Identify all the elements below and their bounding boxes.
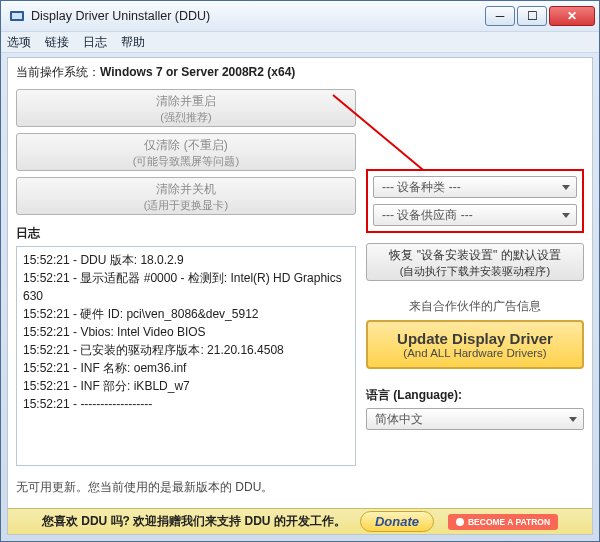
language-label: 语言 (Language): [366,387,584,404]
ad-l1: Update Display Driver [372,330,578,347]
device-vendor-value: --- 设备供应商 --- [382,207,473,224]
log-line: 15:52:21 - DDU 版本: 18.0.2.9 [23,251,349,269]
clean-shutdown-l1: 清除并关机 [17,181,355,198]
restore-l1: 恢复 "设备安装设置" 的默认设置 [367,247,583,264]
os-value: Windows 7 or Server 2008R2 (x64) [100,65,295,79]
device-type-value: --- 设备种类 --- [382,179,461,196]
log-box[interactable]: 15:52:21 - DDU 版本: 18.0.2.915:52:21 - 显示… [16,246,356,466]
ad-header: 来自合作伙伴的广告信息 [366,299,584,314]
svg-rect-1 [12,13,22,19]
restore-l2: (自动执行下载并安装驱动程序) [367,264,583,279]
menu-options[interactable]: 选项 [7,34,31,51]
clean-only-l1: 仅清除 (不重启) [17,137,355,154]
left-column: 清除并重启 (强烈推荐) 仅清除 (不重启) (可能导致黑屏等问题) 清除并关机… [16,89,356,502]
log-line: 15:52:21 - 显示适配器 #0000 - 检测到: Intel(R) H… [23,269,349,305]
log-line: 15:52:21 - INF 部分: iKBLD_w7 [23,377,349,395]
patreon-icon [456,518,464,526]
clean-shutdown-l2: (适用于更换显卡) [17,198,355,213]
action-buttons: 清除并重启 (强烈推荐) 仅清除 (不重启) (可能导致黑屏等问题) 清除并关机… [16,89,356,223]
client-area: 当前操作系统：Windows 7 or Server 2008R2 (x64) … [7,57,593,535]
window-title: Display Driver Uninstaller (DDU) [31,9,485,23]
content: 清除并重启 (强烈推荐) 仅清除 (不重启) (可能导致黑屏等问题) 清除并关机… [8,89,592,508]
clean-only-l2: (可能导致黑屏等问题) [17,154,355,169]
clean-only-button[interactable]: 仅清除 (不重启) (可能导致黑屏等问题) [16,133,356,171]
menu-links[interactable]: 链接 [45,34,69,51]
clean-restart-l1: 清除并重启 [17,93,355,110]
update-status: 无可用更新。您当前使用的是最新版本的 DDU。 [16,472,356,502]
ad-banner[interactable]: Update Display Driver (And ALL Hardware … [366,320,584,369]
ad-l2: (And ALL Hardware Drivers) [372,347,578,359]
footer-text: 您喜欢 DDU 吗? 欢迎捐赠我们来支持 DDU 的开发工作。 [42,513,346,530]
os-label: 当前操作系统： [16,65,100,79]
footer: 您喜欢 DDU 吗? 欢迎捐赠我们来支持 DDU 的开发工作。 Donate B… [8,508,592,534]
log-line: 15:52:21 - Vbios: Intel Video BIOS [23,323,349,341]
close-button[interactable]: ✕ [549,6,595,26]
right-column: --- 设备种类 --- --- 设备供应商 --- 恢复 "设备安装设置" 的… [366,89,584,502]
log-line: 15:52:21 - 硬件 ID: pci\ven_8086&dev_5912 [23,305,349,323]
menu-logs[interactable]: 日志 [83,34,107,51]
patron-label: BECOME A PATRON [468,517,550,527]
language-select[interactable]: 简体中文 [366,408,584,430]
device-selectors-highlight: --- 设备种类 --- --- 设备供应商 --- [366,169,584,233]
log-header: 日志 [16,225,356,242]
log-line: 15:52:21 - ------------------ [23,395,349,413]
patron-button[interactable]: BECOME A PATRON [448,514,558,530]
os-info: 当前操作系统：Windows 7 or Server 2008R2 (x64) [8,58,592,89]
menubar: 选项 链接 日志 帮助 [1,31,599,53]
device-vendor-select[interactable]: --- 设备供应商 --- [373,204,577,226]
clean-restart-l2: (强烈推荐) [17,110,355,125]
device-type-select[interactable]: --- 设备种类 --- [373,176,577,198]
maximize-button[interactable]: ☐ [517,6,547,26]
app-icon [9,8,25,24]
titlebar[interactable]: Display Driver Uninstaller (DDU) ─ ☐ ✕ [1,1,599,31]
restore-defaults-button[interactable]: 恢复 "设备安装设置" 的默认设置 (自动执行下载并安装驱动程序) [366,243,584,281]
clean-restart-button[interactable]: 清除并重启 (强烈推荐) [16,89,356,127]
language-value: 简体中文 [375,411,423,428]
app-window: Display Driver Uninstaller (DDU) ─ ☐ ✕ 选… [0,0,600,542]
donate-button[interactable]: Donate [360,511,434,532]
menu-help[interactable]: 帮助 [121,34,145,51]
clean-shutdown-button[interactable]: 清除并关机 (适用于更换显卡) [16,177,356,215]
minimize-button[interactable]: ─ [485,6,515,26]
log-line: 15:52:21 - INF 名称: oem36.inf [23,359,349,377]
log-line: 15:52:21 - 已安装的驱动程序版本: 21.20.16.4508 [23,341,349,359]
window-controls: ─ ☐ ✕ [485,6,599,26]
